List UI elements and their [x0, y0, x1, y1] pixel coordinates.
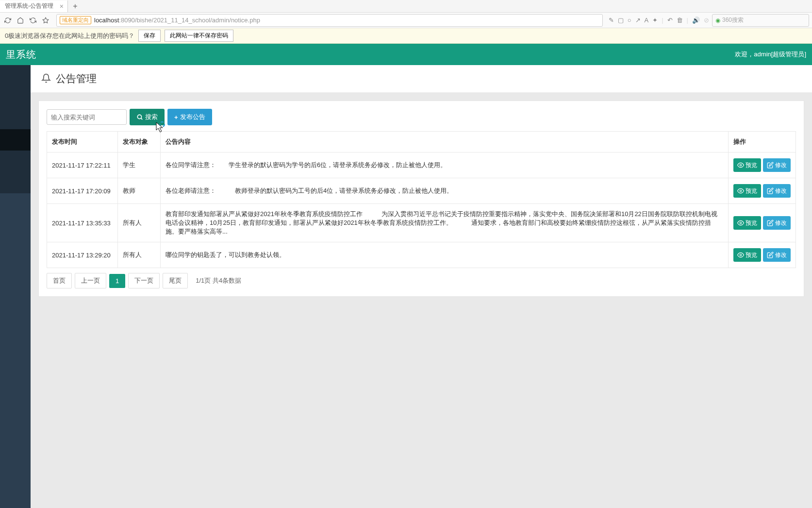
cell-time: 2021-11-17 17:22:11: [47, 152, 118, 178]
th-time: 发布时间: [47, 132, 118, 152]
close-icon[interactable]: ×: [60, 2, 64, 10]
arrow-icon[interactable]: ↗: [635, 17, 641, 24]
page-prev[interactable]: 上一页: [75, 273, 106, 288]
password-save-bar: 0极速浏览器保存您在此网站上使用的密码吗？ 保存 此网站一律不保存密码: [0, 28, 812, 44]
sidebar: [0, 65, 31, 508]
text-icon[interactable]: A: [645, 17, 649, 24]
page-first[interactable]: 首页: [47, 273, 72, 288]
browser-tab[interactable]: 管理系统-公告管理 ×: [0, 0, 68, 12]
eye-icon: [737, 187, 744, 194]
table-row: 2021-11-17 17:20:09教师各位老师请注意： 教师登录的默认密码为…: [47, 178, 796, 204]
th-content: 公告内容: [161, 132, 729, 152]
browser-toolbar: 域名重定向 localhost:8090/bishe/2021_11_14_sc…: [0, 13, 812, 28]
home-icon[interactable]: [16, 16, 25, 25]
edit-button[interactable]: 修改: [763, 248, 791, 262]
edit-icon: [767, 252, 774, 258]
save-password-button[interactable]: 保存: [138, 30, 161, 42]
th-action: 操作: [729, 132, 796, 152]
page-title-bar: 公告管理: [31, 65, 812, 93]
cell-time: 2021-11-17 13:29:20: [47, 242, 118, 268]
svg-point-1: [137, 115, 141, 119]
sidebar-item-1[interactable]: [0, 65, 31, 86]
preview-button[interactable]: 预览: [733, 158, 761, 172]
table-row: 2021-11-17 13:35:33所有人教育部印发通知部署从严从紧做好202…: [47, 204, 796, 242]
svg-point-4: [740, 190, 742, 192]
brush-icon[interactable]: ✦: [652, 17, 658, 24]
trash-icon[interactable]: 🗑: [677, 17, 683, 24]
edit-icon: [767, 162, 774, 169]
cell-action: 预览修改: [729, 242, 796, 268]
tab-title: 管理系统-公告管理: [5, 2, 53, 10]
url-badge: 域名重定向: [60, 16, 91, 24]
preview-button[interactable]: 预览: [733, 184, 761, 198]
never-save-password-button[interactable]: 此网站一律不保存密码: [165, 30, 233, 42]
page-last[interactable]: 尾页: [163, 273, 188, 288]
sidebar-item-2[interactable]: [0, 86, 31, 108]
circle-icon[interactable]: ○: [628, 17, 631, 24]
sidebar-item-notice[interactable]: [0, 129, 31, 151]
sound-icon[interactable]: 🔊: [692, 17, 700, 24]
search-button[interactable]: 搜索: [130, 109, 165, 125]
th-target: 发布对象: [118, 132, 161, 152]
edit-button[interactable]: 修改: [763, 216, 791, 230]
notice-table: 发布时间 发布对象 公告内容 操作 2021-11-17 17:22:11学生各…: [47, 131, 796, 268]
search-engine-icon: ◉: [715, 17, 720, 24]
url-bar[interactable]: 域名重定向 localhost:8090/bishe/2021_11_14_sc…: [56, 14, 603, 27]
table-row: 2021-11-17 13:29:20所有人哪位同学的钥匙丢了，可以到教务处认领…: [47, 242, 796, 268]
preview-button[interactable]: 预览: [733, 216, 761, 230]
search-icon: [136, 114, 143, 120]
search-row: 搜索 + 发布公告: [47, 109, 796, 125]
cell-target: 所有人: [118, 242, 161, 268]
sidebar-item-5[interactable]: [0, 151, 31, 172]
bell-icon: [41, 73, 51, 85]
page-info: 1/1页 共4条数据: [196, 276, 241, 285]
cell-target: 学生: [118, 152, 161, 178]
pagination: 首页 上一页 1 下一页 尾页 1/1页 共4条数据: [47, 273, 796, 288]
svg-point-3: [740, 164, 742, 166]
svg-point-5: [740, 222, 742, 224]
cell-content: 教育部印发通知部署从严从紧做好2021年秋冬季教育系统疫情防控工作 为深入贯彻习…: [161, 204, 729, 242]
sidebar-item-6[interactable]: [0, 172, 31, 193]
url-text: localhost:8090/bishe/2021_11_14_school/a…: [94, 17, 260, 24]
page-next[interactable]: 下一页: [128, 273, 160, 288]
undo-icon[interactable]: ↶: [667, 17, 673, 24]
svg-point-6: [740, 254, 742, 256]
cell-time: 2021-11-17 13:35:33: [47, 204, 118, 242]
eye-icon: [737, 162, 744, 169]
cell-content: 各位老师请注意： 教师登录的默认密码为工号的后4位，请登录系统务必修改，防止被他…: [161, 178, 729, 204]
cell-target: 教师: [118, 178, 161, 204]
eye-icon: [737, 220, 744, 226]
search-input[interactable]: [47, 109, 127, 125]
page-current[interactable]: 1: [109, 274, 125, 288]
welcome-text: 欢迎，admin[超级管理员]: [735, 50, 806, 59]
refresh-icon[interactable]: [28, 16, 38, 25]
edit-icon: [767, 220, 774, 226]
table-row: 2021-11-17 17:22:11学生各位同学请注意： 学生登录的默认密码为…: [47, 152, 796, 178]
disabled-icon[interactable]: ⊘: [704, 17, 709, 24]
cell-content: 哪位同学的钥匙丢了，可以到教务处认领。: [161, 242, 729, 268]
pencil-icon[interactable]: ✎: [609, 17, 614, 24]
cell-action: 预览修改: [729, 178, 796, 204]
password-prompt: 0极速浏览器保存您在此网站上使用的密码吗？: [5, 32, 134, 40]
edit-button[interactable]: 修改: [763, 158, 791, 172]
publish-button[interactable]: + 发布公告: [167, 109, 212, 125]
browser-search[interactable]: ◉ 360搜索: [712, 14, 809, 27]
new-tab-button[interactable]: +: [68, 2, 83, 11]
edit-icon: [767, 187, 774, 194]
app-header: 里系统 欢迎，admin[超级管理员]: [0, 44, 812, 65]
edit-button[interactable]: 修改: [763, 184, 791, 198]
content-card: 搜索 + 发布公告 发布时间 发布对象 公告内容 操作 2021-11-17 1…: [38, 101, 804, 297]
eye-icon: [737, 252, 744, 258]
cell-action: 预览修改: [729, 204, 796, 242]
app-logo: 里系统: [6, 48, 36, 61]
preview-button[interactable]: 预览: [733, 248, 761, 262]
svg-line-2: [141, 119, 143, 120]
sidebar-item-3[interactable]: [0, 108, 31, 129]
square-icon[interactable]: ▢: [618, 17, 624, 24]
reload-icon[interactable]: [3, 16, 13, 25]
cell-action: 预览修改: [729, 152, 796, 178]
cell-content: 各位同学请注意： 学生登录的默认密码为学号的后6位，请登录系统务必修改，防止被他…: [161, 152, 729, 178]
star-icon[interactable]: [41, 16, 50, 25]
cell-target: 所有人: [118, 204, 161, 242]
plus-icon: +: [174, 114, 178, 121]
